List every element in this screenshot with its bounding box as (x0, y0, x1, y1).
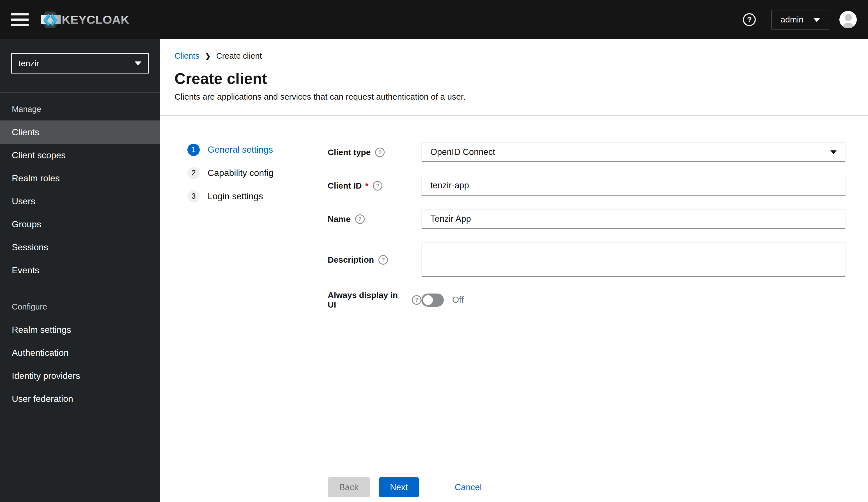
realm-selector[interactable]: tenzir (11, 53, 149, 73)
help-icon[interactable]: ? (355, 214, 365, 224)
client-type-label: Client type (328, 147, 371, 157)
content-area: Clients ❯ Create client Create client Cl… (160, 39, 868, 502)
toggle-state-label: Off (452, 295, 464, 305)
wizard-step-capability-config[interactable]: 2 Capability config (187, 161, 314, 185)
required-asterisk: * (365, 181, 369, 191)
sidebar-item-realm-roles[interactable]: Realm roles (0, 167, 160, 190)
always-display-label: Always display in UI (328, 290, 407, 309)
cancel-button[interactable]: Cancel (455, 477, 482, 497)
back-button[interactable]: Back (328, 477, 370, 497)
step-number-badge: 2 (187, 167, 200, 179)
sidebar-item-clients[interactable]: Clients (0, 121, 160, 144)
sidebar-item-authentication[interactable]: Authentication (0, 341, 160, 364)
sidebar-item-user-federation[interactable]: User federation (0, 387, 160, 410)
help-icon[interactable]: ? (743, 13, 756, 26)
chevron-down-icon (813, 18, 820, 22)
keycloak-logo[interactable]: KEYCLOAK (41, 10, 131, 29)
page-subtitle: Clients are applications and services th… (175, 92, 868, 102)
wizard-step-login-settings[interactable]: 3 Login settings (187, 185, 314, 208)
breadcrumb-clients-link[interactable]: Clients (175, 51, 199, 61)
user-menu-label: admin (781, 15, 804, 24)
sidebar-item-groups[interactable]: Groups (0, 213, 160, 236)
sidebar-item-users[interactable]: Users (0, 190, 160, 213)
wizard-step-general-settings[interactable]: 1 General settings (187, 138, 314, 161)
description-textarea[interactable] (421, 243, 846, 277)
next-button[interactable]: Next (379, 477, 419, 497)
masthead: KEYCLOAK ? admin (0, 0, 868, 39)
realm-selector-label: tenzir (19, 59, 39, 68)
client-type-select[interactable]: OpenID Connect (421, 142, 846, 162)
sidebar-item-client-scopes[interactable]: Client scopes (0, 144, 160, 167)
avatar-body-icon (842, 23, 854, 28)
sidebar-item-sessions[interactable]: Sessions (0, 236, 160, 259)
keycloak-logo-image: KEYCLOAK (41, 10, 131, 29)
sidebar: tenzir Manage Clients Client scopes Real… (0, 39, 160, 502)
wizard-nav: 1 General settings 2 Capability config 3… (160, 116, 314, 502)
wizard-actions: Back Next Cancel (328, 477, 846, 497)
brand-wordmark: KEYCLOAK (62, 13, 129, 27)
page-header: Clients ❯ Create client Create client Cl… (160, 39, 868, 116)
sidebar-item-events[interactable]: Events (0, 259, 160, 282)
help-icon[interactable]: ? (375, 147, 385, 157)
chevron-down-icon (830, 151, 837, 154)
nav-section-configure: Configure (0, 290, 160, 318)
help-icon[interactable]: ? (379, 255, 388, 265)
always-display-toggle[interactable] (421, 294, 444, 307)
nav-section-manage: Manage (0, 93, 160, 121)
step-number-badge: 3 (187, 190, 200, 203)
name-label: Name (328, 214, 351, 224)
toggle-knob (423, 295, 433, 305)
create-client-form: Client type ? OpenID Connect Client ID (314, 116, 868, 502)
description-label: Description (328, 255, 374, 265)
user-menu-dropdown[interactable]: admin (772, 10, 829, 30)
breadcrumb: Clients ❯ Create client (175, 51, 868, 61)
hamburger-menu-icon[interactable] (11, 13, 29, 26)
sidebar-nav: Manage Clients Client scopes Realm roles… (0, 92, 160, 410)
avatar-head-icon (845, 14, 852, 21)
sidebar-item-identity-providers[interactable]: Identity providers (0, 364, 160, 387)
help-icon[interactable]: ? (373, 181, 382, 191)
help-icon[interactable]: ? (412, 295, 421, 305)
chevron-right-icon: ❯ (205, 52, 211, 60)
masthead-toolbar: ? admin (743, 10, 857, 30)
chevron-down-icon (135, 61, 141, 65)
avatar[interactable] (839, 11, 857, 28)
step-number-badge: 1 (187, 144, 200, 156)
name-input[interactable] (421, 209, 846, 229)
page-title: Create client (175, 70, 868, 88)
client-id-input[interactable] (421, 176, 846, 196)
breadcrumb-current: Create client (216, 51, 262, 61)
client-id-label: Client ID (328, 181, 362, 191)
sidebar-item-realm-settings[interactable]: Realm settings (0, 318, 160, 341)
